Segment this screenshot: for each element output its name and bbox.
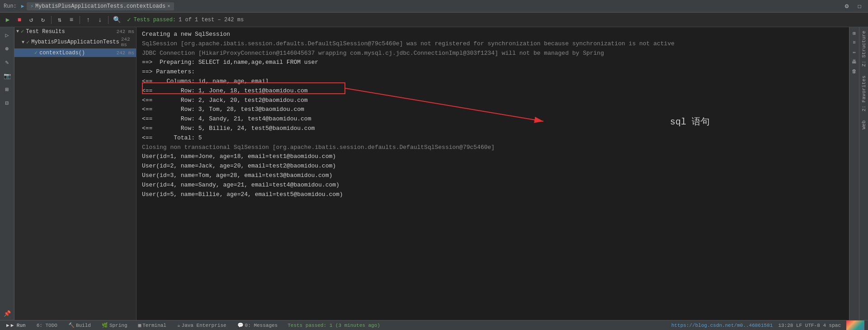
- tab-icon-small: ⚡: [30, 3, 33, 9]
- bottom-status-text: Tests passed: 1 (3 minutes ago): [288, 323, 380, 328]
- console-line-16: User(id=4, name=Sandy, age=21, email=tes…: [142, 181, 844, 190]
- console-line-0: Creating a new SqlSession: [142, 30, 844, 39]
- todo-tab-label: 6: TODO: [37, 323, 57, 328]
- window-control[interactable]: ☐: [854, 1, 864, 11]
- test-class-time: 242 ms: [121, 37, 134, 48]
- down-icon: ↓: [98, 16, 102, 24]
- play-icon: ▶: [6, 16, 9, 24]
- rerun-failed-icon: ↻: [41, 16, 45, 24]
- test-method-time: 242 ms: [116, 50, 134, 56]
- run-tab[interactable]: ▶ ▶ Run: [4, 321, 28, 329]
- tab-close-icon[interactable]: ×: [167, 4, 170, 9]
- console-line-13: User(id=1, name=Jone, age=18, email=test…: [142, 152, 844, 162]
- divider3: [108, 16, 108, 24]
- up-button[interactable]: ↑: [83, 15, 93, 25]
- right-icons: ⊞ ≡ ⇔ 🖶 🗑: [849, 27, 859, 320]
- left-icon-6[interactable]: ⊟: [1, 97, 14, 110]
- window-icon: ☐: [858, 2, 861, 10]
- filter-button[interactable]: ≡: [66, 15, 76, 25]
- left-icon-5[interactable]: ⊞: [1, 83, 14, 96]
- messages-tab-icon: 💬: [237, 322, 244, 328]
- test-results-time: 242 ms: [116, 29, 134, 34]
- play-button[interactable]: ▶: [3, 15, 13, 25]
- sort-icon: ⇅: [58, 16, 61, 24]
- run-label: Run:: [4, 3, 17, 10]
- messages-tab-label: 0: Messages: [245, 323, 278, 328]
- far-right-sidebar: Z: Structure 2: Favorites Web: [859, 27, 868, 320]
- active-tab[interactable]: ⚡ MybatisPlusApplicationTests.contextLoa…: [27, 2, 174, 10]
- stop-icon: ■: [18, 16, 21, 24]
- right-icon-1[interactable]: ⊞: [850, 29, 859, 37]
- test-class-label: MybatisPlusApplicationTests: [31, 39, 119, 45]
- console-line-9: <== Row: 4, Sandy, 21, test4@baomidou.co…: [142, 115, 844, 124]
- settings-icon: ⚙: [845, 2, 849, 10]
- settings-button[interactable]: ⚙: [842, 1, 852, 11]
- right-icon-5[interactable]: 🗑: [850, 67, 859, 75]
- bottom-right: https://blog.csdn.net/m0..46861581 13:28…: [671, 320, 864, 330]
- stop-button[interactable]: ■: [14, 15, 24, 25]
- left-icon-pin[interactable]: 📌: [1, 307, 14, 320]
- bottom-coords: 13:28 LF UTF-8 4 spac: [778, 323, 841, 328]
- spring-tab[interactable]: 🌿 Spring: [99, 321, 130, 329]
- left-icon-1[interactable]: ▷: [1, 29, 14, 42]
- console-line-10: <== Row: 5, Billie, 24, test5@baomidou.c…: [142, 124, 844, 134]
- test-class-row[interactable]: ▼ ✓ MybatisPlusApplicationTests 242 ms: [14, 36, 136, 48]
- spring-tab-icon: 🌿: [102, 322, 108, 328]
- find-button[interactable]: 🔍: [112, 15, 122, 25]
- test-pass-icon-class: ✓: [26, 39, 29, 46]
- console-line-7: <== Row: 2, Jack, 20, test2@baomidou.com: [142, 96, 844, 105]
- status-check-icon: ✓: [127, 16, 131, 24]
- toolbar-status: ✓ Tests passed: 1 of 1 test – 242 ms: [127, 16, 244, 24]
- spring-tab-label: Spring: [109, 323, 127, 328]
- divider1: [51, 16, 52, 24]
- run-tab-icon: ▶: [6, 322, 9, 328]
- build-tab[interactable]: 🔨 Build: [66, 321, 94, 329]
- console-line-14: User(id=2, name=Jack, age=20, email=test…: [142, 162, 844, 171]
- terminal-tab-label: Terminal: [142, 323, 166, 328]
- run-tab-label: ▶ Run: [11, 322, 26, 328]
- sidebar-label-structure[interactable]: Z: Structure: [861, 31, 867, 67]
- down-button[interactable]: ↓: [95, 15, 105, 25]
- rerun-button[interactable]: ↺: [26, 15, 36, 25]
- right-icon-3[interactable]: ⇔: [850, 48, 859, 56]
- sort-button[interactable]: ⇅: [55, 15, 65, 25]
- bottom-bar: ▶ ▶ Run 6: TODO 🔨 Build 🌿 Spring ▦ Termi…: [0, 320, 868, 330]
- run-tab-icon: ▶: [21, 3, 24, 9]
- sidebar-label-web[interactable]: Web: [861, 120, 867, 129]
- console-line-17: User(id=5, name=Billie, age=24, email=te…: [142, 190, 844, 200]
- java-enterprise-tab-icon: ☕: [177, 322, 180, 328]
- console-line-15: User(id=3, name=Tom, age=28, email=test3…: [142, 171, 844, 181]
- terminal-tab-icon: ▦: [138, 322, 142, 328]
- console-line-8: <== Row: 3, Tom, 28, test3@baomidou.com: [142, 105, 844, 115]
- console-line-1: SqlSession [org.apache.ibatis.session.de…: [142, 39, 844, 49]
- filter-icon: ≡: [70, 16, 73, 24]
- test-pass-icon-header: ✓: [21, 28, 24, 35]
- build-tab-icon: 🔨: [68, 322, 75, 328]
- sql-label: sql 语句: [670, 115, 710, 128]
- status-text: Tests passed:: [133, 17, 176, 23]
- find-icon: 🔍: [113, 16, 121, 24]
- test-results-label: Test Results: [26, 29, 65, 35]
- console-output[interactable]: sql 语句 Creating a new SqlSession SqlSess…: [137, 27, 849, 320]
- status-count: 1 of 1 test – 242 ms: [179, 17, 244, 23]
- rerun-failed-button[interactable]: ↻: [38, 15, 48, 25]
- java-enterprise-tab-label: Java Enterprise: [182, 323, 226, 328]
- toolbar: ▶ ■ ↺ ↻ ⇅ ≡ ↑ ↓ 🔍 ✓ Tests passed: 1 of 1…: [0, 13, 868, 27]
- left-icon-4[interactable]: 📷: [1, 70, 14, 82]
- corner-image: [846, 320, 864, 330]
- top-bar: Run: ▶ ⚡ MybatisPlusApplicationTests.con…: [0, 0, 868, 13]
- console-line-11: <== Total: 5: [142, 134, 844, 143]
- right-icon-4[interactable]: 🖶: [850, 57, 859, 66]
- left-sidebar-icons: ▷ ⊛ ✎ 📷 ⊞ ⊟ 📌: [0, 27, 14, 320]
- sidebar-label-favorites[interactable]: 2: Favorites: [861, 76, 867, 111]
- messages-tab[interactable]: 💬 0: Messages: [235, 321, 281, 329]
- java-enterprise-tab[interactable]: ☕ Java Enterprise: [175, 321, 229, 329]
- left-icon-3[interactable]: ✎: [1, 56, 14, 69]
- todo-tab[interactable]: 6: TODO: [34, 322, 60, 329]
- right-icon-2[interactable]: ≡: [850, 38, 859, 47]
- url-link[interactable]: https://blog.csdn.net/m0..46861581: [671, 323, 773, 328]
- test-results-header[interactable]: ▼ ✓ Test Results 242 ms: [14, 27, 136, 36]
- terminal-tab[interactable]: ▦ Terminal: [136, 321, 169, 329]
- test-method-row[interactable]: ✓ contextLoads() 242 ms: [14, 48, 136, 57]
- left-icon-2[interactable]: ⊛: [1, 43, 14, 55]
